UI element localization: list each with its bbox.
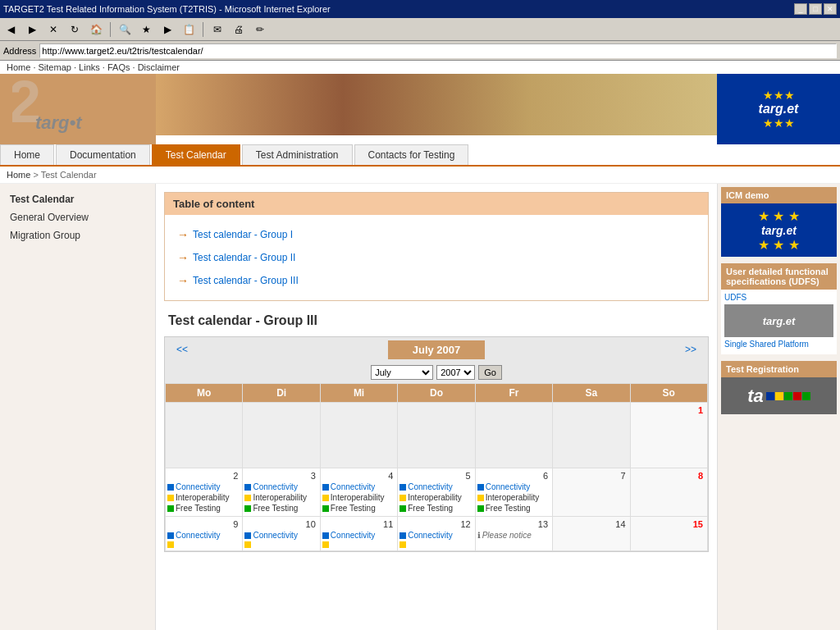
event-label: Connectivity	[408, 482, 452, 492]
event-dot-yellow	[322, 541, 329, 548]
toc-link-group1[interactable]: → Test calendar - Group I	[177, 223, 696, 246]
nav-documentation[interactable]: Documentation	[56, 144, 150, 165]
breadcrumb-main: Home > Test Calendar	[0, 167, 840, 184]
table-row: 1	[166, 403, 708, 468]
month-select[interactable]: JanuaryFebruaryMarch AprilMayJune JulyAu…	[371, 365, 433, 380]
title-bar-buttons[interactable]: _ □ ✕	[794, 3, 837, 15]
event-dot-blue	[399, 532, 406, 539]
breadcrumb-top-faqs[interactable]: FAQs	[107, 62, 130, 72]
calendar-cell-1: 1	[630, 403, 707, 468]
breadcrumb-top-disclaimer[interactable]: Disclaimer	[138, 62, 180, 72]
toc-link-group3[interactable]: → Test calendar - Group III	[177, 269, 696, 292]
close-button[interactable]: ✕	[824, 3, 837, 15]
forward-button[interactable]: ▶	[23, 21, 41, 39]
media-button[interactable]: ▶	[158, 21, 176, 39]
search-button[interactable]: 🔍	[116, 21, 134, 39]
event-label: Please notice	[482, 531, 532, 541]
list-item: Interoperability	[167, 493, 240, 503]
day-number: 10	[244, 518, 317, 530]
sidebar-item-migration-group[interactable]: Migration Group	[0, 226, 155, 244]
nav-home[interactable]: Home	[0, 144, 54, 165]
event-label: Free Testing	[486, 504, 531, 514]
print-button[interactable]: 🖨	[230, 21, 248, 39]
icm-demo-logo[interactable]: ★ ★ ★ targ.et ★ ★ ★	[721, 203, 837, 257]
calendar-title: Test calendar - Group III	[164, 313, 709, 328]
sidebar-item-test-calendar[interactable]: Test Calendar	[0, 190, 155, 208]
nav-contacts-for-testing[interactable]: Contacts for Testing	[354, 144, 469, 165]
event-dot-yellow	[477, 495, 484, 501]
list-item: Free Testing	[167, 504, 240, 514]
edit-button[interactable]: ✏	[251, 21, 269, 39]
test-registration-logo[interactable]: ta	[721, 377, 837, 414]
list-item: Interoperability	[322, 493, 395, 503]
udfs-ssp-link[interactable]: Single Shared Platform	[724, 340, 833, 349]
year-select[interactable]: 200620072008	[436, 365, 475, 380]
address-input[interactable]	[39, 43, 837, 58]
list-item: Connectivity	[167, 482, 240, 492]
nav-test-calendar[interactable]: Test Calendar	[152, 144, 240, 165]
calendar-container: << July 2007 >> JanuaryFebruaryMarch Apr…	[164, 336, 709, 552]
icm-demo-header: ICM demo	[721, 187, 837, 203]
event-dot-blue	[399, 484, 406, 491]
udfs-logo[interactable]: targ.et	[724, 304, 833, 337]
list-item: Free Testing	[322, 504, 395, 514]
breadcrumb-home[interactable]: Home	[7, 170, 30, 180]
event-label: Connectivity	[408, 531, 452, 541]
calendar-cell-2: 2 Connectivity Interoperability	[166, 468, 243, 517]
minimize-button[interactable]: _	[794, 3, 807, 15]
icm-target-text: targ.et	[758, 224, 800, 237]
favorites-button[interactable]: ★	[137, 21, 155, 39]
maximize-button[interactable]: □	[809, 3, 822, 15]
calendar-cell-empty	[553, 403, 630, 468]
toc-link-group2[interactable]: → Test calendar - Group II	[177, 246, 696, 269]
go-button[interactable]: Go	[478, 365, 502, 380]
list-item	[167, 541, 240, 548]
icm-stars: ★ ★ ★	[758, 208, 800, 224]
calendar-prev-button[interactable]: <<	[170, 342, 194, 357]
reg-icon-3	[784, 392, 792, 400]
event-dot-blue	[244, 484, 251, 491]
stop-button[interactable]: ✕	[44, 21, 62, 39]
calendar-next-button[interactable]: >>	[678, 342, 703, 357]
day-number: 4	[322, 470, 395, 482]
toc-header: Table of content	[165, 193, 708, 215]
calendar-cell-15: 15	[630, 517, 707, 551]
icm-demo-box: ICM demo ★ ★ ★ targ.et ★ ★ ★	[721, 187, 837, 257]
breadcrumb-top-sitemap[interactable]: Sitemap	[39, 62, 71, 72]
history-button[interactable]: 📋	[180, 21, 198, 39]
event-label: Interoperability	[331, 493, 385, 503]
udfs-box: User detailed functional specifications …	[721, 263, 837, 354]
address-bar: Address	[0, 41, 840, 61]
toc-arrow-3: →	[177, 274, 189, 287]
event-dot-blue	[477, 484, 484, 491]
calendar-cell-11: 11 Connectivity	[320, 517, 397, 551]
logo-text: targ•t	[35, 112, 82, 134]
toc-label-group2: Test calendar - Group II	[193, 252, 295, 263]
list-item: Connectivity	[244, 531, 317, 541]
toc-label-group3: Test calendar - Group III	[193, 275, 299, 286]
breadcrumb-top-links[interactable]: Links	[79, 62, 100, 72]
day-number: 6	[477, 470, 550, 482]
day-number: 12	[399, 518, 472, 530]
reg-icon-1	[766, 392, 774, 400]
home-button[interactable]: 🏠	[87, 21, 105, 39]
icm-stars-bottom: ★ ★ ★	[758, 237, 800, 253]
nav-test-administration[interactable]: Test Administration	[242, 144, 353, 165]
udfs-header: User detailed functional specifications …	[721, 263, 837, 290]
mail-button[interactable]: ✉	[208, 21, 226, 39]
breadcrumb-top-home[interactable]: Home	[7, 62, 30, 72]
event-dot-green	[477, 505, 484, 512]
toc-arrow-1: →	[177, 228, 189, 241]
day-header-mi: Mi	[320, 384, 397, 403]
back-button[interactable]: ◀	[2, 21, 20, 39]
calendar-section: Test calendar - Group III << July 2007 >…	[164, 313, 709, 552]
event-dot-yellow	[167, 495, 174, 501]
udfs-link[interactable]: UDFS	[724, 293, 833, 302]
test-registration-header: Test Registration	[721, 361, 837, 377]
sidebar-item-general-overview[interactable]: General Overview	[0, 208, 155, 226]
event-label: Interoperability	[408, 493, 462, 503]
list-item	[322, 541, 395, 548]
event-dot-yellow	[244, 495, 251, 501]
event-dot-yellow	[244, 541, 251, 548]
refresh-button[interactable]: ↻	[66, 21, 84, 39]
